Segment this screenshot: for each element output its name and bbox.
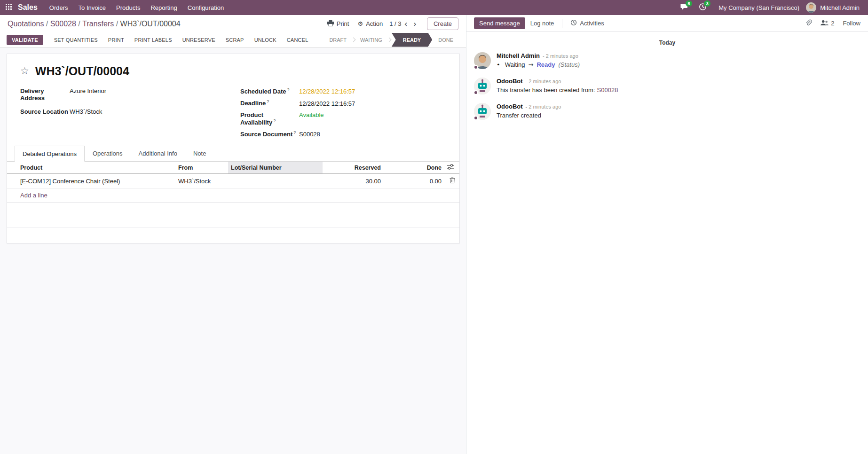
done-column-header: Done [384,162,444,174]
activities-menu-button[interactable]: 3 [694,0,712,15]
nav-item-orders[interactable]: Orders [44,0,73,15]
breadcrumb-link-transfers[interactable]: Transfers [82,20,120,28]
lot-serial-column-header: Lot/Serial Number [228,162,323,174]
table-options-button[interactable] [444,162,460,174]
state-draft[interactable]: DRAFT [323,32,353,47]
trash-icon [450,178,455,185]
action-menu-button[interactable]: ⚙ Action [354,18,387,29]
deadline-label: Deadline? [240,99,299,107]
messages-menu-button[interactable]: 5 [675,0,694,15]
breadcrumb: Quotations S00028 Transfers WH3`/OUT/000… [8,20,181,28]
tab-operations[interactable]: Operations [85,146,131,161]
add-a-line-button[interactable]: Add a line [20,192,47,199]
company-switcher[interactable]: My Company (San Francisco) [712,4,806,11]
paperclip-icon [805,19,812,28]
presence-dot-icon [473,90,478,95]
toolbar-divider [562,19,562,28]
state-ready[interactable]: READY [392,33,433,47]
message-author: Mitchell Admin [497,52,540,59]
breadcrumb-link-quotations[interactable]: Quotations [8,20,50,28]
form-content-area: ☆ WH3`/OUT/00004 Delivery Address Azure … [0,47,466,454]
help-tooltip-icon: ? [267,99,269,104]
delete-row-button[interactable] [444,174,460,188]
nav-item-products[interactable]: Products [111,0,145,15]
favorite-star-icon[interactable]: ☆ [20,66,29,76]
pager: 1 / 3 ‹ › [389,20,419,28]
user-avatar[interactable] [806,2,816,13]
user-menu[interactable]: Mitchell Admin [816,4,863,11]
lot-serial-cell[interactable] [228,174,323,188]
done-cell[interactable]: 0.00 [384,174,444,188]
notebook-tabs: Detailed Operations Operations Additiona… [7,146,459,162]
add-line-row: Add a line [7,188,460,203]
pager-next-button[interactable]: › [410,20,419,28]
message: Mitchell Admin 2 minutes ago Waiting → R… [466,48,868,73]
scrap-button[interactable]: SCRAP [221,35,249,45]
from-cell[interactable]: WH3`/Stock [175,174,228,188]
message-author: OdooBot [497,103,523,110]
follow-button[interactable]: Follow [843,20,860,27]
followers-button[interactable]: 2 [821,20,834,27]
set-quantities-button[interactable]: SET QUANTITIES [49,35,103,45]
presence-dot-icon [473,65,478,70]
nav-item-to-invoice[interactable]: To Invoice [73,0,111,15]
scheduled-date-value[interactable]: 12/28/2022 12:16:57 [299,88,355,95]
source-document-value[interactable]: S00028 [299,131,320,138]
nav-item-configuration[interactable]: Configuration [182,0,229,15]
nav-item-reporting[interactable]: Reporting [145,0,182,15]
deadline-field: Deadline? 12/28/2022 12:16:57 [240,99,446,107]
product-availability-value: Available [299,111,324,118]
message: OdooBot 2 minutes ago This transfer has … [466,73,868,99]
help-tooltip-icon: ? [273,118,276,123]
message-time: 2 minutes ago [526,78,561,84]
empty-row [7,203,460,215]
source-location-value[interactable]: WH3`/Stock [70,108,102,115]
tab-additional-info[interactable]: Additional Info [131,146,185,161]
send-message-button[interactable]: Send message [474,17,525,29]
form-view-panel: Quotations S00028 Transfers WH3`/OUT/000… [0,15,466,454]
unlock-button[interactable]: UNLOCK [249,35,282,45]
validate-button[interactable]: VALIDATE [7,35,43,45]
deadline-value[interactable]: 12/28/2022 12:16:57 [299,100,355,107]
apps-menu-button[interactable] [0,0,17,15]
print-labels-button[interactable]: PRINT LABELS [129,35,177,45]
unreserve-button[interactable]: UNRESERVE [177,35,221,45]
pager-previous-button[interactable]: ‹ [402,20,410,28]
scheduled-date-label: Scheduled Date? [240,87,299,95]
attach-files-button[interactable] [805,19,812,28]
sliders-icon [447,164,454,171]
pager-value: 1 / 3 [389,20,401,27]
app-brand[interactable]: Sales [17,0,44,15]
record-title[interactable]: WH3`/OUT/00004 [35,64,129,78]
reserved-cell[interactable]: 30.00 [323,174,384,188]
top-navbar: Sales Orders To Invoice Products Reporti… [0,0,868,15]
breadcrumb-link-s00028[interactable]: S00028 [50,20,83,28]
tracking-field-name: (Status) [558,61,580,68]
delivery-address-value[interactable]: Azure Interior [70,87,106,94]
state-done[interactable]: DONE [432,32,459,47]
tab-detailed-operations[interactable]: Detailed Operations [15,146,85,162]
log-note-button[interactable]: Log note [525,17,560,29]
schedule-activity-button[interactable]: Activities [565,17,609,30]
tab-note[interactable]: Note [185,146,214,161]
tracking-old-value: Waiting [505,61,525,68]
create-button[interactable]: Create [427,17,458,30]
detailed-operations-table: Product From Lot/Serial Number Reserved … [7,162,460,228]
cancel-button[interactable]: CANCEL [282,35,314,45]
from-column-header: From [175,162,228,174]
product-cell[interactable]: [E-COM12] Conference Chair (Steel) [7,174,175,188]
message-author: OdooBot [497,78,523,85]
reserved-column-header: Reserved [323,162,384,174]
print-operation-button[interactable]: PRINT [103,35,129,45]
table-header-row: Product From Lot/Serial Number Reserved … [7,162,460,174]
messages-badge: 5 [686,0,692,7]
chatter-panel: Send message Log note Activities [466,15,868,454]
followers-icon [821,20,829,27]
source-document-field: Source Document? S00028 [240,130,446,138]
message-link[interactable]: S00028 [597,86,618,94]
source-location-field: Source Location WH3`/Stock [20,108,227,115]
print-button[interactable]: Print [324,18,353,30]
source-document-label: Source Document? [240,130,299,138]
date-divider: Today [466,39,868,46]
state-waiting[interactable]: WAITING [354,32,388,47]
